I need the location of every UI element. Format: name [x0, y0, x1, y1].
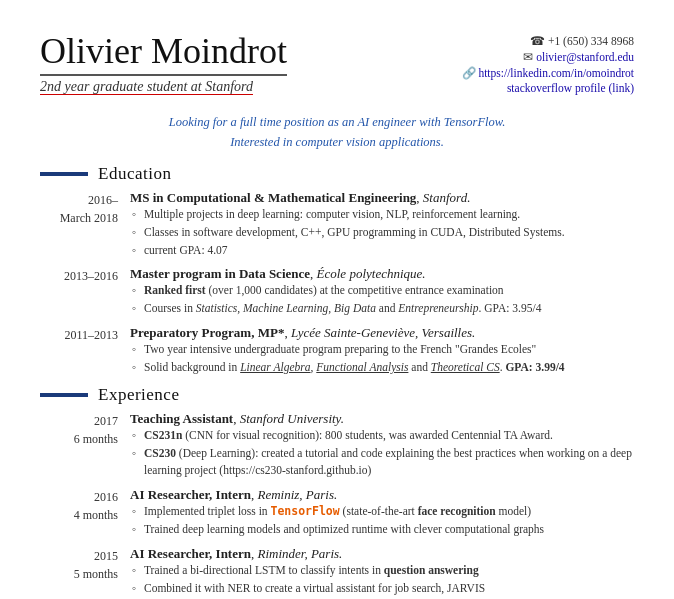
prep-year: 2011–2013	[40, 325, 130, 377]
objective-line1: Looking for a full time position as an A…	[40, 112, 634, 132]
ta-org: Stanford University.	[240, 411, 344, 426]
education-entry-prep: 2011–2013 Preparatory Program, MP*, Lycé…	[40, 325, 634, 377]
experience-header: Experience	[40, 385, 634, 405]
experience-entry-riminder: 20155 months AI Researcher, Intern, Rimi…	[40, 546, 634, 598]
phone-number: +1 (650) 334 8968	[548, 35, 634, 47]
ms-content: MS in Computational & Mathematical Engin…	[130, 190, 634, 259]
linkedin-url[interactable]: https://linkedin.com/in/omoindrot	[478, 67, 634, 79]
riminder-role: AI Researcher, Intern	[130, 546, 251, 561]
contact-block: ☎ +1 (650) 334 8968 ✉ olivier@stanford.e…	[462, 34, 634, 96]
riminder-content: AI Researcher, Intern, Riminder, Paris. …	[130, 546, 634, 598]
stackoverflow-row: stackoverflow profile (link)	[462, 82, 634, 94]
experience-title: Experience	[98, 385, 179, 405]
full-name: Olivier Moindrot	[40, 30, 287, 76]
prep-degree: Preparatory Program, MP*	[130, 325, 284, 340]
ta-content: Teaching Assistant, Stanford University.…	[130, 411, 634, 480]
linkedin-icon: 🔗	[462, 67, 476, 79]
riminder-year: 20155 months	[40, 546, 130, 598]
ms-org: Stanford.	[423, 190, 471, 205]
ds-degree: Master program in Data Science	[130, 266, 310, 281]
reminiz-year: 20164 months	[40, 487, 130, 539]
riminder-title: AI Researcher, Intern, Riminder, Paris.	[130, 546, 634, 562]
ms-bullet-3: current GPA: 4.07	[130, 242, 634, 260]
ta-role: Teaching Assistant	[130, 411, 233, 426]
prep-title: Preparatory Program, MP*, Lycée Sainte-G…	[130, 325, 634, 341]
education-section: Education 2016–March 2018 MS in Computat…	[40, 164, 634, 377]
ds-content: Master program in Data Science, École po…	[130, 266, 634, 318]
header: Olivier Moindrot 2nd year graduate stude…	[40, 30, 634, 96]
email-link[interactable]: olivier@stanford.edu	[536, 51, 634, 63]
ms-year: 2016–March 2018	[40, 190, 130, 259]
email-icon: ✉	[523, 51, 533, 63]
ds-bullets: Ranked first (over 1,000 candidates) at …	[130, 282, 634, 318]
ta-year: 20176 months	[40, 411, 130, 480]
objective: Looking for a full time position as an A…	[40, 112, 634, 152]
ds-org: École polytechnique.	[317, 266, 426, 281]
phone-row: ☎ +1 (650) 334 8968	[462, 34, 634, 48]
experience-entry-reminiz: 20164 months AI Researcher, Intern, Remi…	[40, 487, 634, 539]
phone-icon: ☎	[530, 35, 545, 47]
ms-bullet-1: Multiple projects in deep learning: comp…	[130, 206, 634, 224]
riminder-bullets: Trained a bi-directional LSTM to classif…	[130, 562, 634, 598]
linkedin-row: 🔗 https://linkedin.com/in/omoindrot	[462, 66, 634, 80]
riminder-org: Riminder, Paris.	[257, 546, 342, 561]
experience-section: Experience 20176 months Teaching Assista…	[40, 385, 634, 598]
ms-degree: MS in Computational & Mathematical Engin…	[130, 190, 416, 205]
ta-bullets: CS231n (CNN for visual recognition): 800…	[130, 427, 634, 480]
ds-bullet-2: Courses in Statistics, Machine Learning,…	[130, 300, 634, 318]
education-entry-ds: 2013–2016 Master program in Data Science…	[40, 266, 634, 318]
prep-org: Lycée Sainte-Geneviève, Versailles.	[291, 325, 475, 340]
ms-bullet-2: Classes in software development, C++, GP…	[130, 224, 634, 242]
experience-entry-ta: 20176 months Teaching Assistant, Stanfor…	[40, 411, 634, 480]
ta-bullet-2: CS230 (Deep Learning): created a tutoria…	[130, 445, 634, 481]
reminiz-role: AI Researcher, Intern	[130, 487, 251, 502]
education-header: Education	[40, 164, 634, 184]
reminiz-content: AI Researcher, Intern, Reminiz, Paris. I…	[130, 487, 634, 539]
education-bar	[40, 172, 88, 176]
prep-content: Preparatory Program, MP*, Lycée Sainte-G…	[130, 325, 634, 377]
subtitle: 2nd year graduate student at Stanford	[40, 79, 287, 95]
ds-bullet-1: Ranked first (over 1,000 candidates) at …	[130, 282, 634, 300]
prep-bullets: Two year intensive undergraduate program…	[130, 341, 634, 377]
reminiz-title: AI Researcher, Intern, Reminiz, Paris.	[130, 487, 634, 503]
riminder-bullet-1: Trained a bi-directional LSTM to classif…	[130, 562, 634, 580]
ds-year: 2013–2016	[40, 266, 130, 318]
ms-title: MS in Computational & Mathematical Engin…	[130, 190, 634, 206]
reminiz-bullets: Implemented triplet loss in TensorFlow (…	[130, 503, 634, 539]
objective-line2: Interested in computer vision applicatio…	[40, 132, 634, 152]
reminiz-bullet-2: Trained deep learning models and optimiz…	[130, 521, 634, 539]
education-title: Education	[98, 164, 171, 184]
reminiz-bullet-1: Implemented triplet loss in TensorFlow (…	[130, 503, 634, 521]
riminder-bullet-2: Combined it with NER to create a virtual…	[130, 580, 634, 598]
reminiz-org: Reminiz, Paris.	[257, 487, 337, 502]
prep-bullet-1: Two year intensive undergraduate program…	[130, 341, 634, 359]
experience-bar	[40, 393, 88, 397]
ta-bullet-1: CS231n (CNN for visual recognition): 800…	[130, 427, 634, 445]
ms-bullets: Multiple projects in deep learning: comp…	[130, 206, 634, 259]
ds-title: Master program in Data Science, École po…	[130, 266, 634, 282]
email-row: ✉ olivier@stanford.edu	[462, 50, 634, 64]
stackoverflow-link[interactable]: stackoverflow profile (link)	[507, 82, 634, 94]
prep-bullet-2: Solid background in Linear Algebra, Func…	[130, 359, 634, 377]
ds-ranked: Ranked first	[144, 284, 206, 296]
ta-title: Teaching Assistant, Stanford University.	[130, 411, 634, 427]
education-entry-ms: 2016–March 2018 MS in Computational & Ma…	[40, 190, 634, 259]
name-block: Olivier Moindrot 2nd year graduate stude…	[40, 30, 287, 95]
